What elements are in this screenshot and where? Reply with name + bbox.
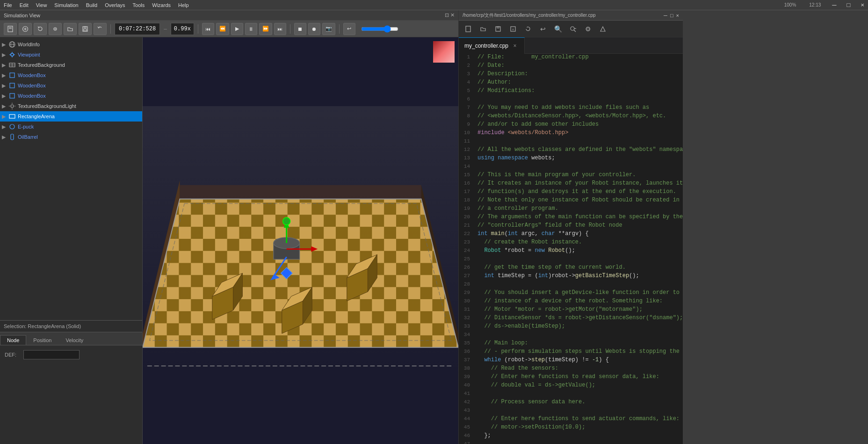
win-max[interactable]: □ <box>847 1 851 8</box>
code-line-7: 7// You may need to add webots include f… <box>459 104 683 113</box>
editor-win-min[interactable]: ─ <box>664 13 667 18</box>
editor-window-title: /home/crp/文件/test1/controllers/my_contro… <box>459 10 683 21</box>
oilbarrel-icon <box>8 133 16 141</box>
toolbar-open-btn[interactable] <box>64 23 77 35</box>
menu-file[interactable]: File <box>4 2 12 8</box>
menu-view[interactable]: View <box>36 2 47 8</box>
speed-slider[interactable] <box>361 25 398 33</box>
fast-forward-btn[interactable]: ⏭ <box>274 23 286 35</box>
editor-save-btn[interactable] <box>492 22 505 36</box>
tree-label-woodenbox2: WoodenBox <box>18 83 46 88</box>
svg-rect-9 <box>84 27 86 28</box>
editor-searchnext-btn[interactable] <box>566 22 579 36</box>
toolbar-save-btn[interactable] <box>79 23 92 35</box>
speed-display: 0.99x <box>171 23 194 35</box>
code-line-44: 44 // Enter here functions to send actua… <box>459 415 683 424</box>
play-btn[interactable]: ▶ <box>231 23 243 35</box>
code-line-34: 34 <box>459 331 683 340</box>
tree-arrow-texturedbg: ▶ <box>2 62 8 68</box>
editor-build-btn[interactable] <box>596 22 609 36</box>
editor-undo-btn[interactable]: ↩ <box>536 22 550 36</box>
code-line-29: 29 // You should insert a getDevice-like… <box>459 289 683 298</box>
editor-saveas-btn[interactable]: A <box>506 22 520 36</box>
tree-item-texturedbglight[interactable]: ▶ TexturedBackgroundLight <box>0 101 142 111</box>
editor-open-btn[interactable] <box>477 22 490 36</box>
editor-search-btn[interactable]: 🔍 <box>551 22 564 36</box>
tab-velocity[interactable]: Velocity <box>58 335 90 345</box>
editor-win-close[interactable]: × <box>676 13 679 18</box>
tree-item-woodenbox1[interactable]: ▶ WoodenBox <box>0 70 142 80</box>
code-line-9: 9// and/or to add some other includes <box>459 121 683 129</box>
texturedbg-icon <box>8 61 16 69</box>
code-line-6: 6 <box>459 96 683 104</box>
stop-record-btn[interactable]: ⏹ <box>294 23 306 35</box>
toolbar-new-btn[interactable] <box>4 23 17 35</box>
svg-rect-67 <box>497 27 499 28</box>
code-line-14: 14 <box>459 163 683 172</box>
svg-rect-22 <box>10 73 14 78</box>
code-line-24: 24 Robot *robot = new Robot(); <box>459 247 683 256</box>
tree-item-woodenbox3[interactable]: ▶ WoodenBox <box>0 91 142 101</box>
svg-point-58 <box>283 217 290 225</box>
tree-label-viewpoint: Viewpoint <box>18 52 40 57</box>
toolbar-reload-btn[interactable] <box>34 23 47 35</box>
right-panel: /home/crp/文件/test1/controllers/my_contro… <box>458 10 683 444</box>
menu-simulation[interactable]: Simulation <box>54 2 78 8</box>
tree-item-rectanglearena[interactable]: ▶ RectangleArena <box>0 111 142 122</box>
revert-btn[interactable]: ↩ <box>343 23 355 35</box>
tree-item-oilbarrel[interactable]: ▶ OilBarrel <box>0 132 142 142</box>
menubar: File Edit View Simulation Build Overlays… <box>0 0 868 10</box>
menu-help[interactable]: Help <box>178 2 189 8</box>
menu-edit[interactable]: Edit <box>20 2 29 8</box>
toolbar-add-btn[interactable] <box>19 23 32 35</box>
svg-rect-0 <box>8 26 13 32</box>
code-line-45: 45 // motor->setPosition(10.0); <box>459 424 683 432</box>
svg-rect-65 <box>466 26 470 32</box>
menu-wizards[interactable]: Wizards <box>152 2 171 8</box>
scene-tree: ▶ WorldInfo ▶ Viewpoint ▶ Textu <box>0 37 142 320</box>
editor-file-path: /home/crp/文件/test1/controllers/my_contro… <box>463 12 596 19</box>
step-back-btn[interactable]: ⏪ <box>216 23 229 35</box>
def-input[interactable] <box>23 350 80 359</box>
menu-build[interactable]: Build <box>86 2 97 8</box>
editor-win-max[interactable]: □ <box>670 13 673 18</box>
code-editor-area[interactable]: 1// File: my_controller.cpp 2// Date: 3/… <box>459 54 683 444</box>
tree-item-epuck[interactable]: ▶ E-puck <box>0 122 142 132</box>
code-line-47: 47 <box>459 441 683 444</box>
viewpoint-icon <box>8 51 16 58</box>
tree-item-woodenbox2[interactable]: ▶ WoodenBox <box>0 80 142 91</box>
code-line-33: 33 // ds->enable(timeStep); <box>459 323 683 331</box>
editor-tab-close[interactable]: × <box>511 42 519 50</box>
toolbar-undo-btn[interactable] <box>94 23 107 35</box>
def-field-row: DEF: <box>5 350 137 359</box>
editor-new-btn[interactable] <box>462 22 475 36</box>
tree-item-texturedbg[interactable]: ▶ TexturedBackground <box>0 60 142 70</box>
screenshot-btn[interactable]: 📷 <box>322 23 335 35</box>
tree-item-viewpoint[interactable]: ▶ Viewpoint <box>0 50 142 60</box>
svg-point-31 <box>10 124 14 129</box>
tree-arrow-woodenbox2: ▶ <box>2 83 8 89</box>
tree-arrow-worldinfo: ▶ <box>2 42 8 48</box>
editor-tab-main[interactable]: my_controller.cpp × <box>459 37 525 54</box>
code-line-10: 10#include <webots/Robot.hpp> <box>459 129 683 138</box>
toolbar-view-btn[interactable] <box>49 23 62 35</box>
tree-item-worldinfo[interactable]: ▶ WorldInfo <box>0 39 142 50</box>
selection-info: Selection: RectangleArena (Solid) <box>0 320 142 332</box>
skip-to-start-btn[interactable]: ⏮ <box>202 23 214 35</box>
pause-btn[interactable]: ⏸ <box>245 23 257 35</box>
step-forward-btn[interactable]: ⏩ <box>259 23 272 35</box>
sim-win-controls[interactable]: ⊡ ✕ <box>445 12 455 18</box>
code-line-30: 30 // instance of a device of the robot.… <box>459 298 683 306</box>
win-min[interactable]: ─ <box>832 1 836 8</box>
svg-rect-30 <box>9 115 15 118</box>
selection-text: Selection: RectangleArena (Solid) <box>4 323 81 329</box>
record-btn[interactable]: ⏺ <box>308 23 320 35</box>
win-close[interactable]: × <box>861 1 864 8</box>
editor-settings-btn[interactable]: ⚙ <box>581 22 594 36</box>
code-line-8: 8// <webots/DistanceSensor.hpp>, <webots… <box>459 113 683 121</box>
tab-node[interactable]: Node <box>0 335 26 345</box>
menu-tools[interactable]: Tools <box>133 2 145 8</box>
editor-reload-btn[interactable] <box>521 22 535 36</box>
tab-position[interactable]: Position <box>26 335 58 345</box>
menu-overlays[interactable]: Overlays <box>105 2 125 8</box>
